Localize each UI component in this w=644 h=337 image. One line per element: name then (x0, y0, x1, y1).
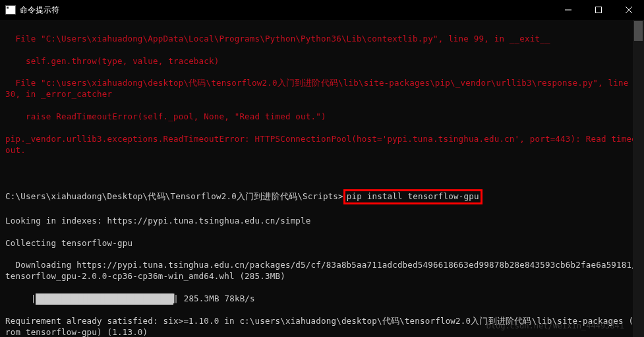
error-line: raise ReadTimeoutError(self._pool, None,… (5, 111, 639, 123)
minimize-icon (565, 7, 571, 13)
titlebar-left: 命令提示符 (5, 5, 59, 16)
close-icon (626, 7, 632, 13)
maximize-icon (595, 7, 602, 13)
output-line: Collecting tensorflow-gpu (5, 238, 639, 249)
minimize-button[interactable] (553, 0, 583, 20)
output-line: Looking in indexes: https://pypi.tuna.ts… (5, 216, 639, 227)
scrollbar-thumb[interactable] (634, 21, 643, 41)
window-controls (553, 0, 644, 20)
prompt-line: C:\Users\xiahuadong\Desktop\代码\Tensorflo… (5, 189, 639, 204)
watermark-text: blog.csdn.net/weixin_44493841 (486, 321, 624, 330)
vertical-scrollbar[interactable] (633, 20, 644, 337)
terminal-output[interactable]: File "C:\Users\xiahuadong\AppData\Local\… (0, 20, 644, 337)
error-line: self.gen.throw(type, value, traceback) (5, 56, 639, 67)
progress-fill: ████████████████████████████████ (36, 293, 173, 305)
progress-line: |████████████████████████████████| 285.3… (5, 293, 639, 305)
error-line: pip._vendor.urllib3.exceptions.ReadTimeo… (5, 134, 639, 156)
error-line: File "c:\users\xiahuadong\desktop\代码\ten… (5, 78, 639, 100)
blank-line (5, 167, 639, 178)
output-line: Downloading https://pypi.tuna.tsinghua.e… (5, 260, 639, 282)
window-titlebar: 命令提示符 (0, 0, 644, 20)
maximize-button[interactable] (583, 0, 614, 20)
svg-rect-1 (596, 7, 602, 13)
close-button[interactable] (614, 0, 644, 20)
window-title: 命令提示符 (20, 5, 59, 16)
prompt-prefix: C:\Users\xiahuadong\Desktop\代码\Tensorflo… (5, 191, 343, 201)
progress-status: | 285.3MB 78kB/s (173, 293, 255, 303)
command-highlight: pip install tensorflow-gpu (343, 189, 483, 204)
cmd-icon (5, 5, 16, 15)
error-line: File "C:\Users\xiahuadong\AppData\Local\… (5, 34, 639, 45)
